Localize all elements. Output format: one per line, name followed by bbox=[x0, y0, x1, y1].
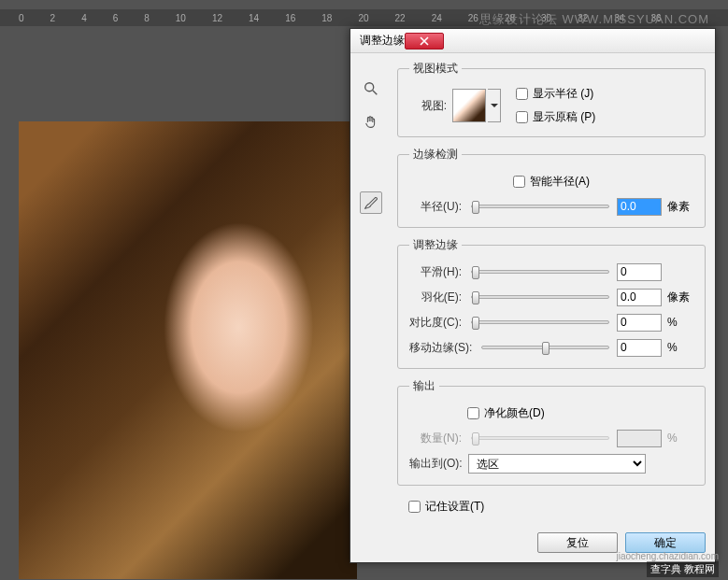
contrast-slider[interactable] bbox=[471, 320, 609, 324]
svg-line-1 bbox=[373, 91, 378, 95]
edge-detection-legend: 边缘检测 bbox=[409, 147, 462, 163]
hand-tool[interactable] bbox=[360, 111, 382, 134]
refine-edge-dialog: 调整边缘 视图模式 视图: bbox=[350, 28, 716, 563]
adjust-edge-group: 调整边缘 平滑(H): 羽化(E): 像素 对比度(C): bbox=[397, 237, 706, 369]
close-icon bbox=[420, 36, 429, 46]
smooth-label: 平滑(H): bbox=[409, 264, 467, 280]
show-original-checkbox[interactable]: 显示原稿 (P) bbox=[516, 109, 595, 125]
amount-unit: % bbox=[667, 431, 693, 445]
contrast-input[interactable] bbox=[617, 314, 662, 332]
shift-slider[interactable] bbox=[481, 346, 609, 349]
portrait-image bbox=[19, 121, 357, 579]
close-button[interactable] bbox=[405, 33, 444, 50]
view-dropdown[interactable] bbox=[488, 89, 501, 122]
radius-label: 半径(U): bbox=[409, 199, 467, 215]
adjust-edge-legend: 调整边缘 bbox=[409, 237, 462, 253]
magnifier-icon bbox=[363, 80, 379, 97]
view-mode-group: 视图模式 视图: 显示半径 (J) 显示原稿 (P) bbox=[397, 61, 706, 137]
radius-unit: 像素 bbox=[667, 199, 693, 215]
smart-radius-checkbox[interactable]: 智能半径(A) bbox=[513, 174, 590, 190]
watermark-site: jiaocheng.chazidian.com bbox=[616, 551, 719, 561]
smooth-input[interactable] bbox=[617, 263, 662, 281]
tool-column bbox=[360, 61, 388, 553]
shift-label: 移动边缘(S): bbox=[409, 340, 478, 356]
feather-input[interactable] bbox=[617, 289, 662, 306]
dialog-title: 调整边缘 bbox=[360, 33, 405, 49]
watermark-brand: 查字典 教程网 bbox=[647, 561, 719, 577]
dialog-titlebar[interactable]: 调整边缘 bbox=[350, 29, 715, 53]
reset-button[interactable]: 复位 bbox=[537, 532, 618, 553]
feather-unit: 像素 bbox=[667, 290, 693, 305]
output-legend: 输出 bbox=[409, 378, 439, 394]
feather-slider[interactable] bbox=[471, 295, 609, 299]
canvas-area[interactable] bbox=[19, 121, 357, 579]
contrast-label: 对比度(C): bbox=[409, 315, 467, 331]
ok-button[interactable]: 确定 bbox=[625, 532, 706, 553]
brush-tool[interactable] bbox=[360, 191, 382, 214]
view-thumbnail[interactable] bbox=[452, 89, 486, 122]
decontaminate-checkbox[interactable]: 净化颜色(D) bbox=[467, 405, 545, 421]
shift-unit: % bbox=[667, 341, 693, 354]
svg-point-0 bbox=[365, 83, 374, 92]
edge-detection-group: 边缘检测 智能半径(A) 半径(U): 像素 bbox=[397, 147, 706, 228]
feather-label: 羽化(E): bbox=[409, 290, 467, 305]
radius-slider[interactable] bbox=[471, 205, 609, 208]
hand-icon bbox=[363, 114, 379, 131]
contrast-unit: % bbox=[667, 316, 693, 329]
view-label: 视图: bbox=[409, 98, 452, 114]
show-radius-checkbox[interactable]: 显示半径 (J) bbox=[516, 86, 595, 102]
shift-input[interactable] bbox=[617, 339, 662, 357]
view-mode-legend: 视图模式 bbox=[409, 61, 462, 77]
watermark-forum: 思缘设计论坛 WWW.MISSYUAN.COM bbox=[479, 11, 709, 28]
output-to-select[interactable]: 选区 bbox=[468, 454, 646, 474]
output-group: 输出 净化颜色(D) 数量(N): % 输出到(O): 选区 bbox=[397, 378, 706, 486]
zoom-tool[interactable] bbox=[360, 78, 382, 100]
amount-label: 数量(N): bbox=[409, 431, 467, 446]
amount-slider bbox=[471, 436, 609, 440]
amount-input bbox=[617, 430, 662, 447]
radius-input[interactable] bbox=[617, 198, 662, 216]
output-to-label: 输出到(O): bbox=[409, 456, 468, 472]
brush-icon bbox=[363, 194, 379, 211]
smooth-slider[interactable] bbox=[471, 270, 609, 274]
remember-settings-checkbox[interactable]: 记住设置(T) bbox=[408, 499, 706, 515]
